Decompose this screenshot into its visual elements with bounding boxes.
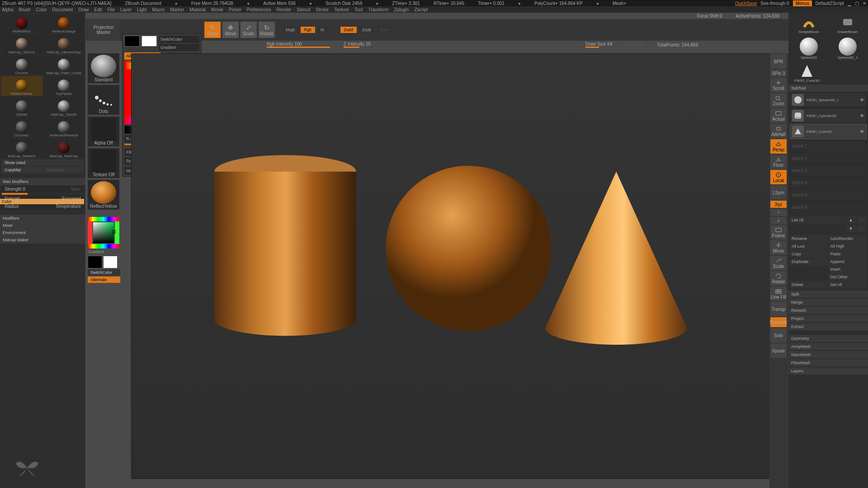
subtool-pm3d_sphere3d_1[interactable]: PM3D_Sphere3D_1👁 <box>790 92 867 108</box>
secondary-color-swatch[interactable] <box>124 36 140 47</box>
del-other-button[interactable]: Del Other <box>829 273 867 281</box>
polyframe-button[interactable]: Line Fill <box>770 286 787 301</box>
section-matcap-maker[interactable]: Matcap Maker <box>0 236 85 244</box>
win-max-icon[interactable]: ▢ <box>855 1 859 6</box>
m-toggle[interactable]: M <box>317 27 328 33</box>
autoreorder-button[interactable]: AutoReorder <box>829 235 867 242</box>
menu-transform[interactable]: Transform <box>368 7 388 12</box>
switchcolor-button[interactable]: SwitchColor <box>159 36 199 43</box>
menu-movie[interactable]: Movie <box>211 7 223 12</box>
menu-preferences[interactable]: Preferences <box>247 7 271 12</box>
append-button[interactable]: Append <box>829 258 867 265</box>
insert-button[interactable]: Insert <box>829 266 867 273</box>
duplicate-button[interactable]: Duplicate <box>790 258 828 265</box>
rgb-toggle[interactable]: Rgb <box>301 27 316 33</box>
win-min-icon[interactable]: ▁ <box>848 1 851 6</box>
arrow-up-icon[interactable]: ▲ <box>846 216 856 224</box>
mini-alternate[interactable]: Alternate <box>88 277 120 283</box>
menu-material[interactable]: Material <box>190 7 206 12</box>
menu-alpha[interactable]: Alpha <box>2 7 14 12</box>
dynamic-button[interactable]: Dynamic <box>770 317 787 327</box>
material-reflectyellow[interactable]: ReflectYellow <box>1 76 42 96</box>
section-geometry[interactable]: Geometry <box>788 335 868 342</box>
section-split[interactable]: Split <box>788 291 868 298</box>
mini-switchcolor[interactable]: SwitchColor <box>88 269 120 276</box>
section-nanomesh[interactable]: NanoMesh <box>788 351 868 358</box>
show-used-button[interactable]: Show Used <box>2 160 84 166</box>
visibility-eye-icon[interactable]: 👁 <box>860 98 864 103</box>
primary-color-swatch[interactable] <box>142 36 157 47</box>
material-chrome[interactable]: Chrome <box>1 55 42 75</box>
zadd-toggle[interactable]: Zadd <box>340 27 357 33</box>
rename-button[interactable]: Rename <box>790 235 828 242</box>
scroll-button[interactable]: Scroll <box>770 78 787 92</box>
win-close-icon[interactable]: ✕ <box>863 1 866 6</box>
mini-color-picker[interactable] <box>88 217 119 249</box>
texture-selector[interactable]: Texture Off <box>88 148 119 178</box>
arrow-down-icon[interactable]: ▼ <box>846 225 856 232</box>
zsub-toggle[interactable]: Zsub <box>359 27 375 33</box>
bpr-button[interactable]: BPR <box>770 54 787 69</box>
menu-draw[interactable]: Draw <box>78 7 89 12</box>
paste-button[interactable]: Paste <box>829 250 867 258</box>
menu-brush[interactable]: Brush <box>19 7 31 12</box>
section-modifiers[interactable]: Modifiers <box>0 215 85 222</box>
subtool-header[interactable]: SubTool <box>788 84 868 92</box>
material-reflectred[interactable]: ReflectRed <box>1 14 42 33</box>
material-toyplastic[interactable]: ToyPlastic <box>43 76 85 96</box>
tool-simplebrush[interactable]: SimpleBrush <box>797 14 821 34</box>
wax-modifiers-header[interactable]: Wax Modifiers <box>0 178 85 185</box>
solo-button[interactable]: Solo <box>770 328 787 343</box>
section-arraymesh[interactable]: ArrayMesh <box>788 343 868 350</box>
list-all-button[interactable]: List All <box>790 216 845 224</box>
material-matcap_metal03[interactable]: MatCap_Metal03 <box>1 138 42 158</box>
subtool-pm3d_cone3d[interactable]: PM3D_Cone3D👁 <box>790 124 867 139</box>
gradient-button[interactable]: Gradient <box>159 44 199 51</box>
all-high-button[interactable]: All High <box>829 243 867 250</box>
material-matcap_lbrownclay[interactable]: MatCap_LBrownClay <box>43 34 85 54</box>
material-reflectedplasticb[interactable]: ReflectedPlasticB <box>43 117 85 137</box>
section-remesh[interactable]: Remesh <box>788 307 868 314</box>
menu-edit[interactable]: Edit <box>94 7 102 12</box>
move-view-button[interactable]: Move <box>770 240 787 255</box>
tool-eraserbrush[interactable]: EraserBrush <box>835 14 860 34</box>
color-section-header[interactable]: Color <box>0 199 84 204</box>
section-project[interactable]: Project <box>788 315 868 322</box>
visibility-eye-icon[interactable]: 👁 <box>860 129 864 134</box>
menu-stroke[interactable]: Stroke <box>316 7 329 12</box>
frame-button[interactable]: Frame <box>770 225 787 239</box>
menu-texture[interactable]: Texture <box>334 7 349 12</box>
aahalf-button[interactable]: AAHalf <box>770 124 787 138</box>
delete-button[interactable]: Delete <box>790 281 828 288</box>
material-matcap_redclay[interactable]: MatCap_RedClay <box>43 138 85 158</box>
local-button[interactable]: Local <box>770 170 787 184</box>
zoom-button[interactable]: Zoom <box>770 93 787 108</box>
stroke-selector[interactable]: Dots <box>88 85 119 115</box>
rotate-mode-button[interactable]: ↻Rotate <box>259 22 275 38</box>
material-matcap_skino4[interactable]: MatCap_SkinO4 <box>1 34 42 54</box>
actual-button[interactable]: Actual <box>770 108 787 123</box>
persp-button[interactable]: Persp <box>770 139 787 154</box>
menu-file[interactable]: File <box>108 7 115 12</box>
rotate-view-button[interactable]: Rotate <box>770 271 787 286</box>
tool-cone3d[interactable]: PM3D_Cone3D <box>795 63 819 83</box>
quicksave-button[interactable]: QuickSave <box>735 1 757 6</box>
section-fibermesh[interactable]: FiberMesh <box>788 359 868 366</box>
spix-slider[interactable]: SPix 3 <box>770 70 787 77</box>
material-reflectorange[interactable]: ReflectOrange <box>43 14 85 33</box>
material-selector[interactable]: ReflectYellow <box>88 180 119 210</box>
menus-toggle[interactable]: Menus <box>793 0 812 6</box>
all-low-button[interactable]: All Low <box>790 243 828 250</box>
menu-stencil[interactable]: Stencil <box>297 7 310 12</box>
section-merge[interactable]: Merge <box>788 299 868 306</box>
alpha-selector[interactable]: Alpha Off <box>88 117 119 146</box>
material-matcap_pearl_cavity[interactable]: MatCap_Pearl_Cavity <box>43 55 85 75</box>
floor-button[interactable]: Floor <box>770 155 787 169</box>
axis-z-icon[interactable]: Z <box>770 217 787 224</box>
material-zmetal[interactable]: ZMetal <box>1 97 42 117</box>
tool-sphere3d[interactable]: Sphere3D <box>797 38 821 60</box>
section-layers[interactable]: Layers <box>788 367 868 375</box>
arrow-up-all-icon[interactable]: ⤒ <box>857 216 867 224</box>
menu-macro[interactable]: Macro <box>152 7 165 12</box>
menu-marker[interactable]: Marker <box>170 7 184 12</box>
